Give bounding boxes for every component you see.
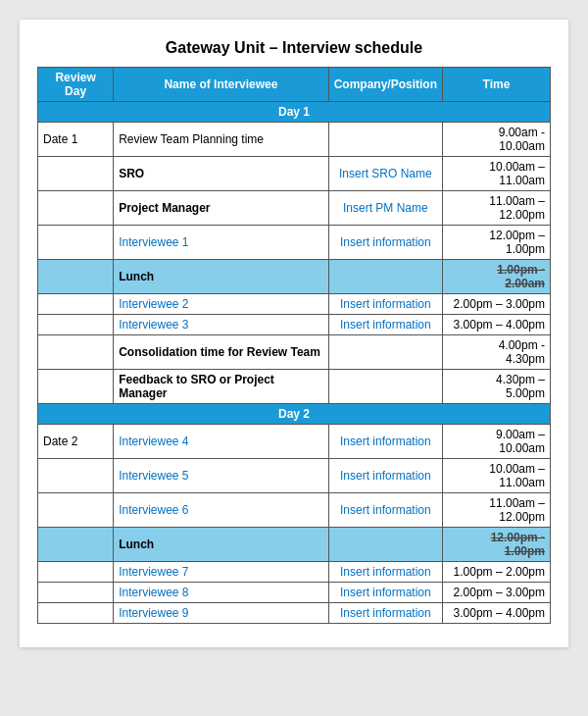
row-company: Insert information [328, 315, 442, 335]
table-row: Interviewee 2Insert information2.00pm – … [38, 294, 551, 315]
table-header: Review Day Name of Interviewee Company/P… [38, 68, 551, 102]
row-time: 10.00am – 11.00am [443, 459, 551, 493]
lunch-label: Lunch [114, 260, 329, 294]
row-time: 3.00pm – 4.00pm [443, 603, 551, 624]
table-row: Interviewee 6Insert information11.00am –… [38, 493, 551, 528]
schedule-table: Review Day Name of Interviewee Company/P… [37, 67, 551, 624]
table-row: Consolidation time for Review Team4.00pm… [38, 335, 551, 370]
table-row: Interviewee 3Insert information3.00pm – … [38, 315, 551, 335]
row-date [38, 562, 114, 583]
row-date [38, 226, 114, 260]
row-name: Interviewee 3 [114, 315, 329, 335]
row-name: Review Team Planning time [114, 123, 329, 157]
table-row: Interviewee 7Insert information1.00pm – … [38, 562, 551, 583]
row-date [38, 603, 114, 624]
table-row: Project ManagerInsert PM Name11.00am – 1… [38, 191, 551, 226]
table-row: Interviewee 8Insert information2.00pm – … [38, 583, 551, 603]
row-name: Interviewee 6 [114, 493, 329, 528]
row-name: SRO [114, 157, 329, 191]
row-company: Insert information [328, 294, 442, 315]
row-company: Insert SRO Name [328, 157, 442, 191]
lunch-label: Lunch [114, 528, 329, 562]
table-row: Lunch1.00pm - 2.00am [38, 260, 551, 294]
col-company: Company/Position [328, 68, 442, 102]
row-date [38, 315, 114, 335]
row-company: Insert information [328, 583, 442, 603]
row-time: 4.00pm - 4.30pm [443, 335, 551, 370]
row-name: Interviewee 2 [114, 294, 329, 315]
row-date [38, 191, 114, 226]
row-name: Interviewee 9 [114, 603, 329, 624]
row-name: Interviewee 5 [114, 459, 329, 493]
table-row: Lunch12.00pm - 1.00pm [38, 528, 551, 562]
lunch-time: 12.00pm - 1.00pm [443, 528, 551, 562]
row-name: Project Manager [114, 191, 329, 226]
table-row: Day 2 [38, 404, 551, 425]
row-date: Date 1 [38, 123, 114, 157]
row-date: Date 2 [38, 425, 114, 459]
row-company: Insert PM Name [328, 191, 442, 226]
table-row: Date 2Interviewee 4Insert information9.0… [38, 425, 551, 459]
lunch-date [38, 528, 114, 562]
col-time: Time [443, 68, 551, 102]
row-name: Interviewee 8 [114, 583, 329, 603]
row-time: 12.00pm – 1.00pm [443, 226, 551, 260]
row-company: Insert information [328, 493, 442, 528]
row-company: Insert information [328, 226, 442, 260]
row-time: 2.00pm – 3.00pm [443, 294, 551, 315]
row-name: Interviewee 1 [114, 226, 329, 260]
table-row: Date 1Review Team Planning time9.00am - … [38, 123, 551, 157]
day-label: Day 1 [38, 102, 551, 123]
row-time: 2.00pm – 3.00pm [443, 583, 551, 603]
row-date [38, 493, 114, 528]
table-row: SROInsert SRO Name10.00am – 11.00am [38, 157, 551, 191]
row-date [38, 294, 114, 315]
row-company [328, 370, 442, 404]
row-name: Feedback to SRO or Project Manager [114, 370, 329, 404]
page-title: Gateway Unit – Interview schedule [37, 39, 551, 57]
row-time: 11.00am – 12.00pm [443, 493, 551, 528]
lunch-date [38, 260, 114, 294]
row-company: Insert information [328, 459, 442, 493]
row-company [328, 335, 442, 370]
table-row: Interviewee 1Insert information12.00pm –… [38, 226, 551, 260]
row-time: 9.00am – 10.00am [443, 425, 551, 459]
row-company: Insert information [328, 425, 442, 459]
row-company [328, 123, 442, 157]
col-review-day: Review Day [38, 68, 114, 102]
row-time: 10.00am – 11.00am [443, 157, 551, 191]
row-time: 4.30pm – 5.00pm [443, 370, 551, 404]
row-company: Insert information [328, 562, 442, 583]
row-date [38, 335, 114, 370]
row-time: 1.00pm – 2.00pm [443, 562, 551, 583]
row-time: 3.00pm – 4.00pm [443, 315, 551, 335]
table-row: Interviewee 5Insert information10.00am –… [38, 459, 551, 493]
row-date [38, 370, 114, 404]
col-interviewee: Name of Interviewee [114, 68, 329, 102]
row-company: Insert information [328, 603, 442, 624]
lunch-company [328, 528, 442, 562]
lunch-company [328, 260, 442, 294]
row-name: Interviewee 4 [114, 425, 329, 459]
row-time: 11.00am – 12.00pm [443, 191, 551, 226]
row-date [38, 459, 114, 493]
row-name: Consolidation time for Review Team [114, 335, 329, 370]
table-row: Day 1 [38, 102, 551, 123]
table-row: Feedback to SRO or Project Manager4.30pm… [38, 370, 551, 404]
row-date [38, 157, 114, 191]
day-label: Day 2 [38, 404, 551, 425]
row-time: 9.00am - 10.00am [443, 123, 551, 157]
row-name: Interviewee 7 [114, 562, 329, 583]
page-container: Gateway Unit – Interview schedule Review… [20, 20, 568, 647]
table-row: Interviewee 9Insert information3.00pm – … [38, 603, 551, 624]
row-date [38, 583, 114, 603]
lunch-time: 1.00pm - 2.00am [443, 260, 551, 294]
